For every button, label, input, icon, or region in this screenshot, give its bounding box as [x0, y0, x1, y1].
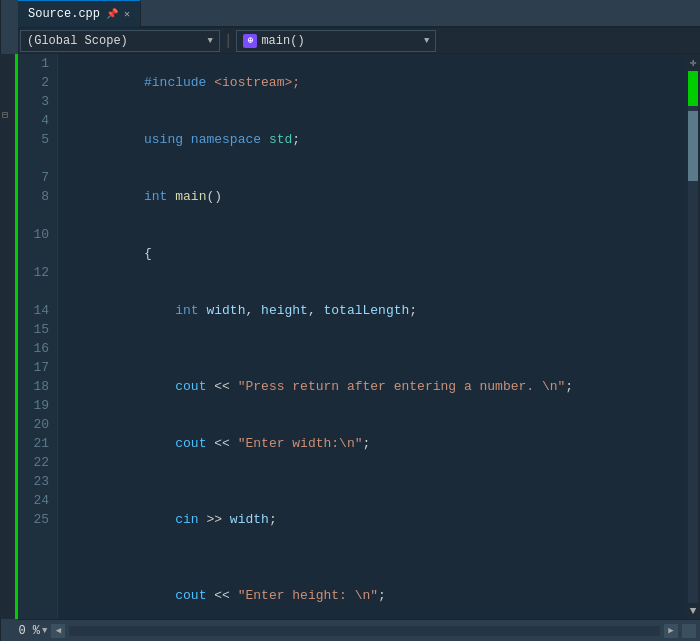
- line-num: 21: [22, 434, 49, 453]
- editor-area: ⊟ 1 2 3 4 5 7 8 10 12 14 15 16: [0, 54, 700, 619]
- scroll-right-button[interactable]: ▶: [664, 624, 678, 638]
- line-num: 19: [22, 396, 49, 415]
- code-line-11: [66, 548, 678, 567]
- scroll-up-button[interactable]: ✛: [690, 54, 697, 71]
- code-line-7: cout << "Press return after entering a n…: [66, 358, 678, 415]
- code-line-5: int width, height, totalLength;: [66, 282, 678, 339]
- line-num: 15: [22, 320, 49, 339]
- left-gutter: ⊟: [0, 54, 18, 619]
- line-num: 24: [22, 491, 49, 510]
- code-line-6: [66, 339, 678, 358]
- scope-dropdown[interactable]: (Global Scope) ▼: [20, 30, 220, 52]
- code-line-1: #include <iostream>;: [66, 54, 678, 111]
- tab-source-cpp[interactable]: Source.cpp 📌 ✕: [18, 0, 141, 27]
- scroll-down-button[interactable]: ▼: [690, 603, 697, 619]
- scope-label: (Global Scope): [27, 34, 128, 48]
- code-area[interactable]: 1 2 3 4 5 7 8 10 12 14 15 16 17 18 19 20: [18, 54, 686, 619]
- pin-icon: 📌: [106, 8, 118, 20]
- main-container: Toolbox Source.cpp 📌 ✕ (Global Scope) ▼ …: [0, 0, 700, 641]
- func-dropdown[interactable]: ⊕ main() ▼: [236, 30, 436, 52]
- line-num: 16: [22, 339, 49, 358]
- line-num: 25: [22, 510, 49, 529]
- tab-label: Source.cpp: [28, 7, 100, 21]
- line-num: 3: [22, 92, 49, 111]
- code-line-3: int main(): [66, 168, 678, 225]
- line-num: 14: [22, 301, 49, 320]
- scope-bar: (Global Scope) ▼ | ⊕ main() ▼: [0, 28, 700, 54]
- horizontal-scrollbar[interactable]: [69, 626, 660, 636]
- func-dropdown-arrow: ▼: [424, 36, 429, 46]
- line-num: 5: [22, 130, 49, 149]
- code-line-9: [66, 472, 678, 491]
- line-num: 23: [22, 472, 49, 491]
- code-content[interactable]: #include <iostream>; using namespace std…: [58, 54, 686, 619]
- line-num: 22: [22, 453, 49, 472]
- line-num: 12: [22, 263, 49, 282]
- code-line-8: cout << "Enter width:\n";: [66, 415, 678, 472]
- code-line-12: cout << "Enter height: \n";: [66, 567, 678, 619]
- line-num: [22, 282, 49, 301]
- zoom-dropdown-arrow[interactable]: ▼: [42, 626, 47, 636]
- code-line-2: using namespace std;: [66, 111, 678, 168]
- line-num: 10: [22, 225, 49, 244]
- scroll-thumb-green: [688, 71, 698, 106]
- code-line-10: cin >> width;: [66, 491, 678, 548]
- scope-divider: |: [224, 33, 232, 49]
- function-icon: ⊕: [243, 34, 257, 48]
- bottom-bar: 100 % ▼ ◀ ▶: [0, 619, 700, 641]
- line-num: 2: [22, 73, 49, 92]
- line-num: 1: [22, 54, 49, 73]
- line-num: 20: [22, 415, 49, 434]
- line-numbers: 1 2 3 4 5 7 8 10 12 14 15 16 17 18 19 20: [18, 54, 58, 619]
- code-line-4: {: [66, 225, 678, 282]
- tab-close-button[interactable]: ✕: [124, 8, 130, 20]
- scroll-track-v[interactable]: [688, 71, 698, 603]
- scope-dropdown-arrow: ▼: [208, 36, 213, 46]
- line-num: [22, 149, 49, 168]
- line-num: 4: [22, 111, 49, 130]
- func-label: main(): [261, 34, 304, 48]
- collapse-marker[interactable]: ⊟: [2, 106, 8, 125]
- line-num: 8: [22, 187, 49, 206]
- scroll-left-button[interactable]: ◀: [51, 624, 65, 638]
- line-num: 17: [22, 358, 49, 377]
- line-num: [22, 244, 49, 263]
- line-num: 7: [22, 168, 49, 187]
- scroll-thumb-gray: [688, 111, 698, 181]
- tab-bar: Source.cpp 📌 ✕: [0, 0, 700, 28]
- line-num: [22, 206, 49, 225]
- vertical-scrollbar[interactable]: ✛ ▼: [686, 54, 700, 619]
- scroll-corner: [682, 624, 696, 638]
- line-num: 18: [22, 377, 49, 396]
